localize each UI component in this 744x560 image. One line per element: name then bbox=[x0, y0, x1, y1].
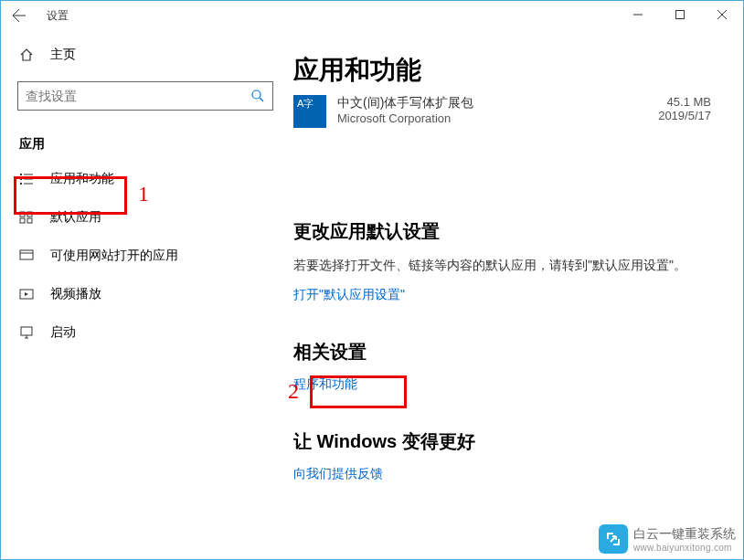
nav-video[interactable]: 视频播放 bbox=[1, 275, 293, 313]
window-title: 设置 bbox=[47, 8, 69, 24]
app-icon: A字 bbox=[293, 95, 326, 128]
section-label: 应用 bbox=[1, 122, 293, 160]
app-list-item[interactable]: A字 中文(间)体手写体扩展包 Microsoft Corporation 45… bbox=[293, 95, 711, 128]
svg-rect-5 bbox=[20, 212, 25, 217]
nav-label: 启动 bbox=[50, 324, 76, 341]
watermark-logo-icon bbox=[599, 524, 628, 554]
web-apps-icon bbox=[19, 248, 34, 263]
search-icon bbox=[250, 89, 265, 103]
apps-features-icon bbox=[19, 172, 34, 186]
nav-label: 应用和功能 bbox=[50, 171, 114, 187]
nav-label: 可使用网站打开的应用 bbox=[50, 248, 178, 264]
maximize-icon bbox=[675, 10, 685, 19]
titlebar: 设置 bbox=[1, 1, 743, 30]
svg-rect-9 bbox=[20, 250, 33, 259]
maximize-button[interactable] bbox=[659, 1, 701, 28]
watermark: 白云一键重装系统 www.baiyunxitong.com bbox=[599, 524, 736, 554]
nav-default-apps[interactable]: 默认应用 bbox=[1, 198, 293, 237]
sidebar: 主页 应用 应用和功能 默认应用 可使用网站打开的应用 bbox=[1, 30, 293, 559]
nav-label: 视频播放 bbox=[50, 286, 101, 302]
app-date: 2019/5/17 bbox=[658, 109, 711, 122]
nav-apps-features[interactable]: 应用和功能 bbox=[1, 160, 293, 198]
search-input[interactable] bbox=[26, 89, 250, 103]
section-defaults-title: 更改应用默认设置 bbox=[293, 219, 711, 244]
section-feedback-title: 让 Windows 变得更好 bbox=[293, 429, 711, 454]
svg-rect-0 bbox=[676, 11, 685, 19]
watermark-url: www.baiyunxitong.com bbox=[633, 543, 736, 553]
home-label: 主页 bbox=[50, 47, 76, 63]
default-apps-icon bbox=[19, 210, 34, 225]
nav-startup[interactable]: 启动 bbox=[1, 313, 293, 352]
close-icon bbox=[717, 10, 727, 19]
app-size: 45.1 MB bbox=[658, 95, 711, 109]
page-title: 应用和功能 bbox=[293, 53, 711, 88]
app-publisher: Microsoft Corporation bbox=[337, 111, 473, 125]
open-default-apps-link[interactable]: 打开"默认应用设置" bbox=[293, 287, 405, 303]
feedback-link[interactable]: 向我们提供反馈 bbox=[293, 466, 383, 482]
back-button[interactable] bbox=[8, 5, 30, 26]
home-button[interactable]: 主页 bbox=[1, 39, 293, 70]
main-content: 应用和功能 A字 中文(间)体手写体扩展包 Microsoft Corporat… bbox=[293, 30, 743, 559]
minimize-button[interactable] bbox=[617, 1, 659, 28]
svg-rect-3 bbox=[20, 178, 22, 180]
programs-features-link[interactable]: 程序和功能 bbox=[293, 376, 357, 393]
svg-rect-6 bbox=[27, 212, 32, 217]
back-arrow-icon bbox=[12, 8, 27, 23]
search-box[interactable] bbox=[17, 81, 273, 111]
svg-rect-11 bbox=[21, 327, 32, 335]
close-button[interactable] bbox=[701, 1, 743, 28]
nav-label: 默认应用 bbox=[50, 209, 101, 226]
svg-rect-8 bbox=[27, 218, 32, 223]
svg-rect-2 bbox=[20, 174, 22, 175]
svg-rect-7 bbox=[20, 218, 25, 223]
minimize-icon bbox=[633, 10, 643, 19]
video-icon bbox=[19, 287, 34, 301]
svg-point-1 bbox=[252, 90, 260, 99]
home-icon bbox=[19, 48, 34, 62]
svg-rect-4 bbox=[20, 183, 22, 185]
section-related-title: 相关设置 bbox=[293, 340, 711, 365]
watermark-text: 白云一键重装系统 bbox=[633, 526, 736, 543]
section-defaults-desc: 若要选择打开文件、链接等内容的默认应用，请转到"默认应用设置"。 bbox=[293, 255, 711, 275]
nav-web-apps[interactable]: 可使用网站打开的应用 bbox=[1, 237, 293, 275]
app-name: 中文(间)体手写体扩展包 bbox=[337, 95, 473, 111]
startup-icon bbox=[19, 325, 34, 340]
